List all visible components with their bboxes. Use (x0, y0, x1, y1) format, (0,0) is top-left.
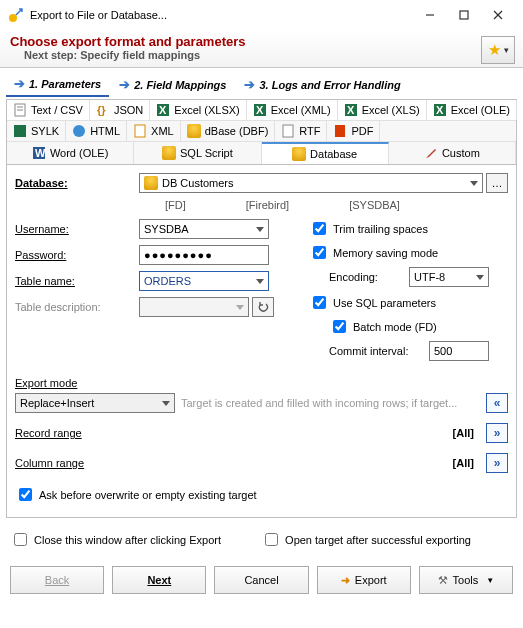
database-icon (144, 176, 158, 190)
column-range-expand-button[interactable]: » (486, 453, 508, 473)
format-tab-xml[interactable]: XML (127, 121, 181, 141)
wizard-tab-label: 2. Field Mappings (134, 79, 226, 91)
favorites-button[interactable] (481, 36, 515, 64)
format-tabs: Text / CSV {}JSON XExcel (XLSX) XExcel (… (6, 99, 517, 165)
export-mode-hint: Target is created and filled with incomi… (181, 397, 480, 409)
column-range-value: [All] (453, 457, 474, 469)
wizard-tab-parameters[interactable]: ➔1. Parameters (6, 72, 109, 97)
database-icon (292, 147, 306, 161)
database-icon (187, 124, 201, 138)
star-icon (488, 41, 501, 59)
record-range-expand-button[interactable]: » (486, 423, 508, 443)
trim-trailing-checkbox[interactable]: Trim trailing spaces (309, 219, 508, 238)
svg-point-18 (73, 125, 85, 137)
username-combo[interactable]: SYSDBA (139, 219, 269, 239)
svg-rect-2 (460, 11, 468, 19)
window-title: Export to File or Database... (30, 9, 413, 21)
excel-icon: X (253, 103, 267, 117)
memory-saving-checkbox[interactable]: Memory saving mode (309, 243, 508, 262)
username-label: Username: (15, 223, 139, 235)
format-tab-xls[interactable]: XExcel (XLS) (338, 100, 427, 120)
back-button[interactable]: Back (10, 566, 104, 594)
pencil-icon (424, 146, 438, 160)
format-tab-sylk[interactable]: SYLK (7, 121, 66, 141)
commit-interval-input[interactable] (429, 341, 489, 361)
format-tab-dbf[interactable]: dBase (DBF) (181, 121, 276, 141)
export-icon (341, 574, 350, 587)
tools-button[interactable]: Tools▼ (419, 566, 513, 594)
ask-overwrite-checkbox[interactable]: Ask before overwrite or empty existing t… (15, 485, 508, 504)
svg-text:X: X (436, 104, 444, 116)
title-bar: Export to File or Database... (0, 0, 523, 30)
close-button[interactable] (481, 3, 515, 27)
encoding-label: Encoding: (329, 271, 409, 283)
column-range-title: Column range (15, 457, 84, 469)
wizard-tab-field-mappings[interactable]: ➔2. Field Mappings (111, 72, 234, 97)
svg-text:X: X (159, 104, 167, 116)
table-name-label: Table name: (15, 275, 139, 287)
format-tab-rtf[interactable]: RTF (275, 121, 327, 141)
sql-params-checkbox[interactable]: Use SQL parameters (309, 293, 508, 312)
footer-options: Close this window after clicking Export … (0, 524, 523, 560)
svg-rect-21 (335, 125, 345, 137)
cancel-button[interactable]: Cancel (214, 566, 308, 594)
json-icon: {} (96, 103, 110, 117)
format-tab-pdf[interactable]: PDF (327, 121, 380, 141)
format-tab-excel-ole[interactable]: XExcel (OLE) (427, 100, 517, 120)
record-range-title: Record range (15, 427, 82, 439)
format-tab-word-ole[interactable]: WWord (OLE) (7, 142, 134, 164)
format-tab-text-csv[interactable]: Text / CSV (7, 100, 90, 120)
excel-icon: X (156, 103, 170, 117)
format-tab-html[interactable]: HTML (66, 121, 127, 141)
svg-rect-20 (283, 125, 293, 137)
export-button[interactable]: Export (317, 566, 411, 594)
database-browse-button[interactable]: … (486, 173, 508, 193)
table-description-label: Table description: (15, 301, 139, 313)
close-after-checkbox[interactable]: Close this window after clicking Export (10, 530, 221, 549)
arrow-icon: ➔ (244, 77, 255, 92)
next-button[interactable]: Next (112, 566, 206, 594)
encoding-combo[interactable]: UTF-8 (409, 267, 489, 287)
format-tab-sql-script[interactable]: SQL Script (134, 142, 261, 164)
format-tab-excel-xml[interactable]: XExcel (XML) (247, 100, 338, 120)
open-after-checkbox[interactable]: Open target after successful exporting (261, 530, 471, 549)
export-mode-expand-button[interactable]: « (486, 393, 508, 413)
record-range-value: [All] (453, 427, 474, 439)
svg-text:X: X (256, 104, 264, 116)
svg-text:{}: {} (97, 104, 106, 116)
button-bar: Back Next Cancel Export Tools▼ (0, 560, 523, 604)
header-subtitle: Next step: Specify field mappings (24, 49, 513, 61)
wizard-header: Choose export format and parameters Next… (0, 30, 523, 68)
maximize-button[interactable] (447, 3, 481, 27)
parameters-panel: Database: DB Customers … [FD] [Firebird]… (6, 165, 517, 518)
excel-icon (13, 124, 27, 138)
format-tab-json[interactable]: {}JSON (90, 100, 150, 120)
export-mode-title: Export mode (15, 377, 508, 389)
database-meta: [FD] [Firebird] [SYSDBA] (165, 199, 508, 211)
header-title: Choose export format and parameters (10, 34, 513, 49)
password-input[interactable] (139, 245, 269, 265)
format-tab-database[interactable]: Database (262, 142, 389, 164)
minimize-button[interactable] (413, 3, 447, 27)
wizard-tab-logs[interactable]: ➔3. Logs and Error Handling (236, 72, 408, 97)
format-tab-custom[interactable]: Custom (389, 142, 516, 164)
wizard-tab-label: 1. Parameters (29, 78, 101, 90)
batch-mode-checkbox[interactable]: Batch mode (FD) (329, 317, 508, 336)
table-description-combo (139, 297, 249, 317)
excel-icon: X (433, 103, 447, 117)
database-icon (162, 146, 176, 160)
commit-interval-label: Commit interval: (329, 345, 429, 357)
format-tab-xlsx[interactable]: XExcel (XLSX) (150, 100, 246, 120)
table-name-combo[interactable]: ORDERS (139, 271, 269, 291)
undo-button[interactable] (252, 297, 274, 317)
app-icon (8, 7, 24, 23)
svg-rect-17 (14, 125, 26, 137)
record-range-section: Record range [All] » (15, 423, 508, 443)
doc-icon (13, 103, 27, 117)
export-mode-combo[interactable]: Replace+Insert (15, 393, 175, 413)
export-mode-section: Export mode Replace+Insert Target is cre… (15, 377, 508, 413)
wizard-tabs: ➔1. Parameters ➔2. Field Mappings ➔3. Lo… (0, 68, 523, 97)
database-combo[interactable]: DB Customers (139, 173, 483, 193)
tools-icon (438, 574, 448, 587)
column-range-section: Column range [All] » (15, 453, 508, 473)
